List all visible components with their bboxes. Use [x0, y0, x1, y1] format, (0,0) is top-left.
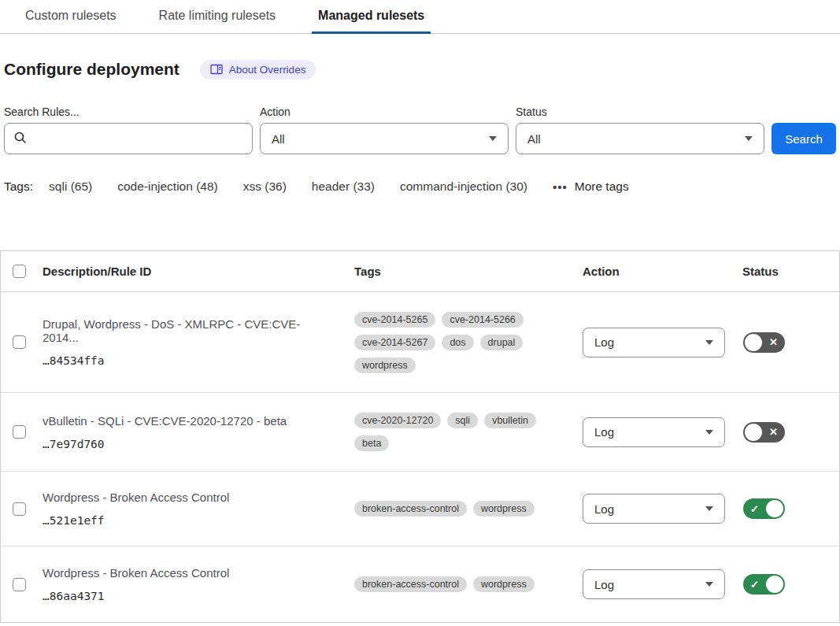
status-filter-group: Status All	[516, 106, 764, 154]
status-toggle[interactable]: ✕	[743, 422, 785, 443]
ruleset-tabbar: Custom rulesets Rate limiting rulesets M…	[0, 0, 840, 34]
rule-action-select[interactable]: Log	[583, 328, 725, 357]
rule-id: …7e97d760	[43, 438, 335, 450]
managed-rules-table: Description/Rule ID Tags Action Status D…	[0, 250, 840, 623]
more-tags-button[interactable]: ••• More tags	[553, 180, 629, 194]
tab-custom-rulesets[interactable]: Custom rulesets	[19, 0, 123, 34]
rule-action-value: Log	[594, 335, 614, 349]
more-tags-label: More tags	[575, 180, 629, 194]
status-toggle[interactable]: ✕	[743, 332, 785, 353]
filters-row: Search Rules... Action All Status All Se…	[4, 106, 836, 154]
select-all-checkbox[interactable]	[13, 265, 26, 278]
tab-managed-rulesets[interactable]: Managed rulesets	[312, 0, 431, 34]
search-icon	[13, 131, 28, 148]
rule-id: …86aa4371	[43, 590, 335, 602]
rule-tags: broken-access-control wordpress	[354, 501, 583, 517]
tag-pill: vbulletin	[484, 413, 536, 428]
tag-pill: broken-access-control	[354, 501, 467, 517]
tag-filter-command-injection[interactable]: command-injection (30)	[400, 180, 527, 194]
tag-pill: wordpress	[473, 501, 535, 517]
search-input[interactable]	[4, 123, 253, 154]
rule-action-value: Log	[594, 578, 614, 591]
tags-bar-label: Tags:	[4, 180, 33, 194]
heading-row: Configure deployment About Overrides	[4, 57, 836, 81]
action-filter-select[interactable]: All	[260, 123, 509, 154]
rule-description: vBulletin - SQLi - CVE:CVE-2020-12720 - …	[43, 414, 335, 428]
rule-tags: broken-access-control wordpress	[354, 576, 583, 592]
rule-action-select[interactable]: Log	[583, 417, 725, 447]
status-toggle[interactable]: ✓	[743, 574, 785, 595]
tag-pill: cve-2020-12720	[354, 413, 441, 428]
search-button[interactable]: Search	[772, 123, 836, 154]
toggle-state-icon: ✕	[762, 427, 785, 437]
row-checkbox[interactable]	[13, 578, 26, 591]
status-filter-value: All	[527, 132, 541, 146]
action-filter-group: Action All	[260, 106, 509, 154]
tag-filter-sqli[interactable]: sqli (65)	[49, 180, 92, 194]
caret-down-icon	[705, 340, 713, 345]
table-row: Wordpress - Broken Access Control …521e1…	[1, 472, 839, 546]
rule-description: Drupal, Wordpress - DoS - XMLRPC - CVE:C…	[43, 317, 335, 344]
search-label: Search Rules...	[4, 106, 253, 118]
rule-tags: cve-2020-12720 sqli vbulletin beta	[354, 413, 583, 451]
row-checkbox[interactable]	[13, 335, 26, 349]
ellipsis-icon: •••	[553, 180, 568, 194]
tag-filter-code-injection[interactable]: code-injection (48)	[117, 180, 218, 194]
rule-action-value: Log	[594, 502, 614, 516]
tag-pill: drupal	[480, 335, 524, 350]
tag-pill: sqli	[447, 413, 478, 428]
tag-pill: beta	[354, 435, 389, 451]
toggle-knob	[745, 334, 762, 351]
column-header-tags: Tags	[354, 265, 583, 278]
rule-tags: cve-2014-5265 cve-2014-5266 cve-2014-526…	[354, 312, 583, 373]
caret-down-icon	[705, 506, 713, 511]
toggle-state-icon: ✓	[743, 504, 766, 514]
book-icon	[210, 64, 223, 75]
tab-rate-limiting-rulesets[interactable]: Rate limiting rulesets	[153, 0, 283, 34]
page-title: Configure deployment	[4, 60, 179, 79]
caret-down-icon	[705, 430, 713, 435]
column-header-description: Description/Rule ID	[36, 265, 354, 278]
rule-description: Wordpress - Broken Access Control	[43, 566, 335, 580]
row-checkbox[interactable]	[13, 425, 26, 439]
toggle-knob	[745, 424, 762, 441]
tag-pill: broken-access-control	[354, 576, 467, 592]
about-overrides-link[interactable]: About Overrides	[200, 60, 316, 80]
row-checkbox[interactable]	[13, 502, 26, 516]
table-row: Drupal, Wordpress - DoS - XMLRPC - CVE:C…	[1, 292, 839, 393]
table-row: Wordpress - Broken Access Control …86aa4…	[1, 546, 839, 622]
column-header-status: Status	[733, 265, 839, 278]
action-filter-label: Action	[260, 106, 509, 118]
tag-pill: cve-2014-5267	[354, 335, 435, 350]
table-header-row: Description/Rule ID Tags Action Status	[1, 251, 839, 292]
caret-down-icon	[489, 136, 497, 141]
rule-id: …521e1eff	[43, 514, 335, 527]
tag-filter-xss[interactable]: xss (36)	[243, 180, 287, 194]
table-row: vBulletin - SQLi - CVE:CVE-2020-12720 - …	[1, 393, 839, 472]
toggle-knob	[766, 500, 783, 517]
rule-action-select[interactable]: Log	[583, 494, 725, 524]
tag-pill: cve-2014-5265	[354, 312, 435, 328]
toggle-state-icon: ✕	[762, 337, 785, 347]
tag-pill: wordpress	[354, 357, 416, 373]
toggle-knob	[766, 576, 783, 593]
action-filter-value: All	[272, 132, 285, 146]
rule-id: …84534ffa	[43, 354, 335, 367]
status-filter-label: Status	[516, 106, 764, 118]
tag-pill: dos	[442, 335, 473, 350]
status-filter-select[interactable]: All	[516, 123, 764, 154]
column-header-action: Action	[583, 265, 733, 278]
rule-action-value: Log	[594, 425, 614, 439]
tag-pill: cve-2014-5266	[442, 312, 523, 328]
caret-down-icon	[705, 582, 713, 587]
tags-bar: Tags: sqli (65) code-injection (48) xss …	[4, 180, 836, 194]
caret-down-icon	[745, 136, 753, 141]
about-overrides-label: About Overrides	[229, 64, 306, 76]
tag-pill: wordpress	[473, 576, 535, 592]
toggle-state-icon: ✓	[743, 580, 766, 590]
tag-filter-header[interactable]: header (33)	[312, 180, 375, 194]
search-field-group: Search Rules...	[4, 106, 253, 154]
rule-description: Wordpress - Broken Access Control	[43, 491, 335, 504]
status-toggle[interactable]: ✓	[743, 498, 785, 519]
rule-action-select[interactable]: Log	[583, 569, 725, 599]
